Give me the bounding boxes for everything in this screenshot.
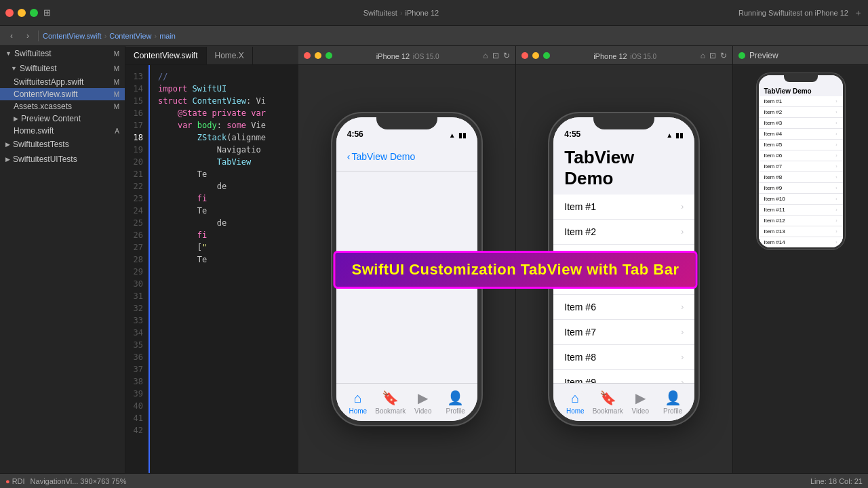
sidebar-item-contentview[interactable]: ContentView.swift M (0, 88, 125, 100)
preview-item-2[interactable]: Item #2› (759, 107, 843, 118)
preview-item-10[interactable]: Item #10› (759, 194, 843, 205)
sim2-close[interactable] (521, 52, 528, 59)
preview-item-13[interactable]: Item #13› (759, 226, 843, 237)
right-panel: Preview TabView Demo Item #1› Item #2› I… (732, 46, 868, 473)
separator: › (400, 9, 403, 17)
sim2-home-icon[interactable]: ⌂ (701, 51, 705, 60)
preview-tab-bar[interactable]: ⌂ Home 🔖 Bmk ▶ Video 👤 Prof (759, 248, 843, 249)
list-item-6[interactable]: Item #6› (553, 295, 694, 320)
preview-tab-profile[interactable]: 👤 Prof (829, 249, 837, 249)
sim1-rotate-icon[interactable]: ↻ (503, 51, 510, 60)
bookmark-icon: 🔖 (382, 390, 399, 406)
chevron-icon: › (835, 99, 837, 104)
add-icon[interactable]: ＋ (854, 7, 863, 19)
sim1-minimize[interactable] (315, 52, 321, 59)
preview-tab-bookmark[interactable]: 🔖 Bmk (787, 249, 795, 249)
sim1-screenshot-icon[interactable]: ⊡ (492, 51, 499, 60)
minimize-button[interactable] (18, 9, 26, 17)
sidebar-group-header[interactable]: ▼ Swiftuitest M (0, 61, 125, 76)
list-item-8[interactable]: Item #8› (553, 345, 694, 370)
chevron-icon: › (681, 302, 684, 312)
preview-tab-home[interactable]: ⌂ Home (764, 249, 775, 249)
sim1-title: iPhone 12 (376, 52, 410, 60)
preview-tab-video[interactable]: ▶ Video (806, 249, 816, 249)
banner-overlay: SwiftUI Customization TabView with Tab B… (333, 251, 697, 289)
profile-icon: 👤 (665, 390, 682, 406)
code-content[interactable]: // import SwiftUI struct ContentView: Vi… (150, 65, 298, 473)
breadcrumb-symbol[interactable]: ContentView (109, 32, 151, 40)
sim2-minimize[interactable] (532, 52, 539, 59)
phone2-tab-home[interactable]: ⌂ Home (559, 390, 591, 415)
list-item-2[interactable]: Item #2› (553, 220, 694, 245)
phone1-tab-bookmark[interactable]: 🔖 Bookmark (374, 390, 407, 415)
tab-home[interactable]: Home.X (207, 47, 253, 64)
sidebar-item-preview[interactable]: ▶ Preview Content (0, 113, 125, 125)
breadcrumb-member[interactable]: main (159, 32, 176, 40)
nav-forward-icon[interactable]: › (22, 30, 34, 42)
preview-header: Preview (733, 46, 868, 65)
triangle-icon: ▶ (5, 156, 10, 163)
sidebar-item-assets[interactable]: Assets.xcassets M (0, 100, 125, 113)
phone2-tab-profile[interactable]: 👤 Profile (656, 390, 689, 415)
chevron-icon: › (835, 131, 837, 136)
preview-item-1[interactable]: Item #1› (759, 96, 843, 107)
sim2-maximize[interactable] (543, 52, 550, 59)
sim1-home-icon[interactable]: ⌂ (483, 51, 488, 60)
phone2-tab-bookmark[interactable]: 🔖 Bookmark (591, 390, 624, 415)
item-label: Item #8 (564, 352, 596, 363)
item-label: Item #11 (764, 207, 785, 213)
phone2-tab-bar[interactable]: ⌂ Home 🔖 Bookmark ▶ Vid (553, 383, 694, 421)
device-selector[interactable]: iPhone 12 (406, 9, 439, 17)
preview-item-6[interactable]: Item #6› (759, 150, 843, 161)
sidebar-item-label: Preview Content (21, 114, 81, 123)
toolbar: ‹ › ContentView.swift › ContentView › ma… (0, 26, 868, 46)
phone2-tab-video[interactable]: ▶ Video (624, 390, 656, 415)
phone1-tab-home[interactable]: ⌂ Home (342, 390, 374, 415)
sidebar-item-home[interactable]: Home.swift A (0, 125, 125, 137)
maximize-button[interactable] (30, 9, 38, 17)
tab-label: Bookmark (593, 407, 623, 415)
phone1-back-button[interactable]: ‹ TabView Demo (347, 151, 416, 162)
sidebar-uitests-header[interactable]: ▶ SwiftuitestUITests (0, 152, 125, 167)
preview-item-9[interactable]: Item #9› (759, 183, 843, 194)
sim2-rotate-icon[interactable]: ↻ (720, 51, 727, 60)
preview-status-dot (738, 52, 745, 59)
preview-item-8[interactable]: Item #8› (759, 172, 843, 183)
preview-item-3[interactable]: Item #3› (759, 118, 843, 129)
breadcrumb: ContentView.swift › ContentView › main (43, 32, 176, 40)
sim2-header: iPhone 12 iOS 15.0 ⌂ ⊡ ↻ (516, 46, 733, 65)
item-label: Item #7 (764, 163, 783, 169)
list-item-7[interactable]: Item #7› (553, 320, 694, 345)
main-layout: ▼ Swiftuitest M ▼ Swiftuitest M Swiftuit… (0, 46, 868, 473)
list-item-9[interactable]: Item #9› (553, 370, 694, 383)
list-item-1[interactable]: Item #1› (553, 195, 694, 220)
nav-back-icon[interactable]: ‹ (5, 30, 18, 42)
sim1-maximize[interactable] (326, 52, 332, 59)
sim1-close[interactable] (304, 52, 311, 59)
item-label: Item #13 (764, 228, 785, 235)
close-button[interactable] (5, 9, 14, 17)
breadcrumb-file[interactable]: ContentView.swift (43, 32, 102, 40)
preview-item-4[interactable]: Item #4› (759, 129, 843, 140)
preview-item-7[interactable]: Item #7› (759, 161, 843, 172)
phone1-tab-profile[interactable]: 👤 Profile (439, 390, 472, 415)
phone2-notch (593, 117, 654, 129)
preview-item-5[interactable]: Item #5› (759, 140, 843, 150)
sidebar-tests-header[interactable]: ▶ SwiftuitestTests (0, 137, 125, 152)
tab-label: Profile (663, 407, 682, 415)
sim2-screenshot-icon[interactable]: ⊡ (709, 51, 716, 60)
phone1-tab-video[interactable]: ▶ Video (407, 390, 439, 415)
preview-item-11[interactable]: Item #11› (759, 205, 843, 216)
phone1-notch (376, 117, 437, 129)
sidebar-project-header[interactable]: ▼ Swiftuitest M (0, 46, 125, 61)
sim2-subtitle: iOS 15.0 (630, 53, 656, 60)
phone1-tab-bar[interactable]: ⌂ Home 🔖 Bookmark ▶ Vid (336, 383, 477, 421)
preview-item-12[interactable]: Item #12› (759, 216, 843, 226)
back-label: TabView Demo (351, 151, 415, 162)
tab-contentview[interactable]: ContentView.swift (125, 47, 207, 64)
tab-label: Video (632, 407, 649, 415)
sidebar-item-app-swift[interactable]: SwiftuitestApp.swift M (0, 76, 125, 88)
preview-item-14[interactable]: Item #14› (759, 237, 843, 248)
code-area[interactable]: 13 14 15 16 17 18 19 20 21 22 23 24 25 2… (125, 65, 298, 473)
scheme-selector[interactable]: Swiftuitest (363, 9, 397, 17)
